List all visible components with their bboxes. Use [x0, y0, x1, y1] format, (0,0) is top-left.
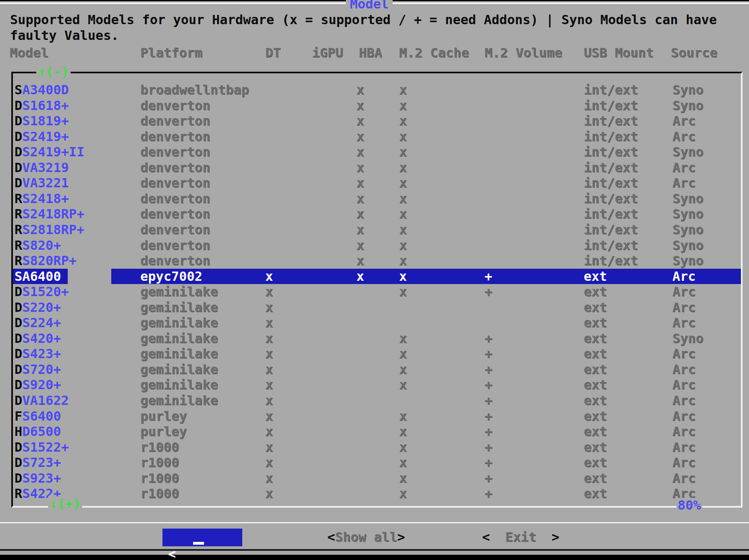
model-row-dva3219[interactable]: DVA3219denvertonxxint/extArc: [13, 160, 741, 176]
model-row-rs2818rp-[interactable]: RS2818RP+denvertonxxint/extSyno: [13, 222, 741, 238]
cell-m2volume: +: [485, 471, 492, 486]
cell-model: DS1520+: [15, 284, 69, 299]
model-row-rs2418rp-[interactable]: RS2418RP+denvertonxxint/extSyno: [13, 206, 741, 222]
exit-bracket-open: <: [482, 529, 490, 545]
cell-model: DVA3219: [15, 160, 69, 175]
cell-platform: denverton: [140, 175, 210, 191]
model-row-hd6500[interactable]: HD6500purleyxx+extArc: [13, 424, 741, 440]
model-row-ds1520-[interactable]: DS1520+geminilakexx+extArc: [13, 284, 741, 300]
model-row-ds920-[interactable]: DS920+geminilakexx+extArc: [13, 377, 741, 393]
model-row-rs422-[interactable]: RS422+r1000xx+extArc: [13, 486, 741, 502]
dialog-title: Model: [346, 0, 393, 12]
model-hotkey-letter: R: [15, 206, 22, 222]
cell-m2cache: x: [399, 440, 407, 455]
exit-button[interactable]: < Exit >: [482, 529, 560, 545]
cell-source: Arc: [672, 377, 696, 392]
scroll-up-indicator[interactable]: ↑(-): [36, 64, 71, 79]
column-header-hba: HBA: [359, 45, 382, 60]
model-row-ds224-[interactable]: DS224+geminilakexextArc: [13, 315, 741, 331]
cell-usb: ext: [584, 377, 607, 392]
cell-usb: int/ext: [584, 206, 638, 222]
model-row-ds423-[interactable]: DS423+geminilakexx+extArc: [13, 346, 741, 362]
cell-m2cache: x: [399, 455, 407, 470]
cell-model: DS2419+: [15, 129, 69, 144]
model-name-rest: S6400: [22, 409, 61, 424]
cell-platform: purley: [140, 424, 187, 439]
cell-model: DS1618+: [15, 98, 69, 113]
cell-platform: denverton: [140, 253, 210, 268]
cell-dt: x: [265, 269, 273, 284]
cell-usb: ext: [584, 315, 607, 330]
cell-dt: x: [265, 377, 273, 392]
cell-m2cache: x: [399, 331, 407, 346]
model-row-dva1622[interactable]: DVA1622geminilakex+extArc: [13, 393, 741, 409]
cell-platform: denverton: [140, 144, 210, 160]
cell-m2cache: x: [399, 113, 407, 129]
cell-model: DS723+: [15, 455, 61, 470]
cell-source: Syno: [672, 331, 703, 346]
model-row-rs820-[interactable]: RS820+denvertonxxint/extSyno: [13, 238, 741, 253]
cell-platform: geminilake: [140, 331, 218, 346]
model-row-ds923-[interactable]: DS923+r1000xx+extArc: [13, 471, 741, 486]
cell-source: Arc: [672, 160, 696, 175]
cell-m2cache: x: [399, 362, 407, 377]
cell-source: Syno: [672, 222, 703, 237]
model-hotkey-letter: R: [15, 486, 22, 501]
cell-platform: geminilake: [140, 393, 218, 408]
model-hotkey-letter: D: [15, 315, 22, 330]
model-row-rs820rp-[interactable]: RS820RP+denvertonxxint/extSyno: [13, 253, 741, 269]
model-row-ds1618-[interactable]: DS1618+denvertonxxint/extSyno: [13, 98, 741, 114]
cell-platform: geminilake: [140, 300, 218, 315]
model-hotkey-letter: D: [15, 175, 22, 191]
exit-bracket-close: >: [551, 529, 559, 545]
cell-hba: x: [356, 144, 364, 160]
cell-m2cache: x: [399, 424, 407, 439]
scroll-down-indicator[interactable]: ↓(+): [48, 496, 82, 511]
model-row-ds2419-[interactable]: DS2419+denvertonxxint/extArc: [13, 129, 741, 145]
model-list[interactable]: ↑(-) SA3400Dbroadwellntbapxxint/extSynoD…: [11, 72, 743, 508]
cell-model: DS420+: [15, 331, 61, 346]
model-row-ds1522-[interactable]: DS1522+r1000xx+extArc: [13, 440, 741, 455]
cell-dt: x: [265, 393, 273, 408]
cell-platform: broadwellntbap: [140, 82, 249, 97]
cell-model: DS220+: [15, 300, 61, 315]
model-hotkey-letter: R: [15, 238, 22, 253]
model-row-ds220-[interactable]: DS220+geminilakexextArc: [13, 300, 741, 315]
show-all-button[interactable]: <Show all>: [327, 529, 405, 545]
cell-platform: denverton: [140, 222, 210, 237]
cell-hba: x: [356, 206, 364, 222]
cell-source: Syno: [672, 144, 703, 160]
cell-hba: x: [356, 113, 364, 129]
model-hotkey-letter: R: [15, 222, 22, 237]
cell-model: DS923+: [15, 471, 61, 486]
cell-dt: x: [265, 284, 273, 299]
model-row-ds723-[interactable]: DS723+r1000xx+extArc: [13, 455, 741, 471]
model-row-ds1819-[interactable]: DS1819+denvertonxxint/extArc: [13, 113, 741, 129]
ok-button[interactable]: < OK >: [162, 529, 242, 546]
column-header-row: ModelPlatformDTiGPUHBAM.2 CacheM.2 Volum…: [0, 45, 749, 61]
cell-m2cache: x: [399, 238, 407, 253]
model-row-dva3221[interactable]: DVA3221denvertonxxint/extArc: [13, 175, 741, 191]
cell-m2volume: +: [485, 377, 492, 392]
cell-model: RS2418+: [15, 191, 69, 206]
subtitle-line-1: Supported Models for your Hardware (x = …: [10, 12, 717, 27]
model-hotkey-letter: D: [15, 113, 22, 129]
model-row-ds420-[interactable]: DS420+geminilakexx+extSyno: [13, 331, 741, 346]
cell-model: FS6400: [15, 409, 61, 424]
cell-usb: int/ext: [584, 238, 638, 253]
model-row-fs6400[interactable]: FS6400purleyxx+extArc: [13, 409, 741, 424]
column-header-usb-mount: USB Mount: [584, 45, 653, 60]
cell-m2volume: +: [485, 269, 492, 284]
show-all-button-label: Show all: [335, 529, 397, 545]
cell-source: Syno: [672, 98, 703, 113]
cell-m2cache: x: [399, 191, 407, 206]
cell-hba: x: [356, 129, 364, 144]
model-row-ds2419-ii[interactable]: DS2419+IIdenvertonxxint/extSyno: [13, 144, 741, 160]
model-row-sa6400[interactable]: SA6400epyc7002xxx+extArc: [13, 269, 741, 284]
cell-model: DS2419+II: [15, 144, 84, 160]
model-row-ds720-[interactable]: DS720+geminilakexx+extArc: [13, 362, 741, 377]
model-row-rs2418-[interactable]: RS2418+denvertonxxint/extSyno: [13, 191, 741, 207]
model-name-rest: S820+: [22, 238, 61, 253]
model-row-sa3400d[interactable]: SA3400Dbroadwellntbapxxint/extSyno: [13, 82, 741, 98]
cell-source: Arc: [672, 424, 696, 439]
